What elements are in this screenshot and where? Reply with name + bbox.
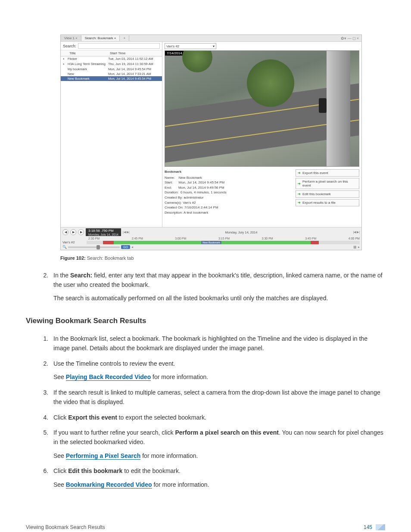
timeline-bookmark-marker[interactable]: New Bookmark — [201, 241, 221, 244]
tick: 3:30 PM — [262, 237, 273, 240]
arrow-right-icon: ➔ — [298, 192, 301, 196]
action-label: Export results to a file — [302, 201, 336, 205]
bookmark-icon: ⭑ — [61, 57, 67, 61]
calendar-icon[interactable]: ▦ — [353, 245, 357, 249]
tab-search-bookmark[interactable]: Search: Bookmark × — [81, 35, 120, 41]
list-item: In the Bookmark list, select a bookmark.… — [50, 334, 385, 353]
bookmark-icon — [61, 72, 67, 76]
search-label: Search: — [63, 44, 76, 48]
timeline-bar[interactable]: New Bookmark — [87, 241, 360, 244]
action-label: Edit this bookmark — [302, 192, 331, 196]
bookmark-row[interactable]: My bookmark Mon, Jul 14, 2014 9:45:54 PM — [61, 67, 162, 72]
pixel-search-button[interactable]: ➔Perform a pixel search on this event — [296, 178, 359, 189]
details-label: Created By: — [165, 196, 183, 199]
video-image-panel[interactable]: 7/14/2014 03:18:57.131 PM — [165, 50, 359, 167]
chevron-left-icon[interactable]: ◂ — [131, 245, 133, 249]
col-start-time[interactable]: Start Time — [108, 50, 162, 56]
link-bookmarking-video[interactable]: Bookmarking Recorded Video — [66, 481, 152, 488]
list-item: Click Export this event to export the se… — [50, 413, 385, 423]
link-pixel-search[interactable]: Performing a Pixel Search — [66, 452, 141, 460]
video-panel-area: Van's #2 ▾ 7/14/2014 03:18:57.131 PM Boo… — [162, 42, 361, 227]
tick: 2:30 PM — [88, 237, 100, 240]
page-footer: Viewing Bookmark Search Results 145 — [26, 524, 385, 531]
details-value: administrator — [184, 196, 203, 199]
tick: 4:00 PM — [349, 237, 360, 240]
bookmark-start: Mon, Jul 14, 2014 7:33:21 AM — [108, 72, 162, 76]
details-value: A test bookmark — [184, 211, 208, 215]
arrow-right-icon: ➔ — [298, 171, 301, 175]
step-forward-button[interactable]: ▶ — [78, 229, 84, 235]
list-item: Use the Timeline controls to review the … — [50, 359, 385, 382]
arrow-right-icon: ➔ — [298, 182, 301, 186]
camera-dropdown[interactable]: Van's #2 ▾ — [165, 43, 216, 49]
tab-add[interactable]: + — [120, 35, 129, 41]
bookmark-row[interactable]: New Mon, Jul 14, 2014 7:33:21 AM — [61, 72, 162, 76]
details-label: Start: — [165, 180, 173, 184]
bookmark-title: New Bookmark — [67, 77, 108, 81]
chevron-right-icon[interactable]: ▸ — [358, 245, 360, 249]
details-header: Bookmark — [165, 169, 292, 174]
zoom-icon[interactable]: 🔍 — [62, 245, 67, 249]
bookmark-start: Tue, Jun 03, 2014 11:52:12 AM — [108, 57, 162, 61]
bookmark-table-header: Title Start Time — [61, 50, 162, 56]
bookmark-details: Bookmark Name: New Bookmark Start: Mon, … — [165, 169, 292, 215]
zoom-slider[interactable] — [68, 246, 120, 248]
app-window: View 1 × Search: Bookmark × + ✿▾ — ◻ × S… — [60, 34, 362, 250]
play-button[interactable]: ▶ — [70, 229, 76, 235]
camera-dropdown-value: Van's #2 — [166, 44, 179, 48]
page-number: 145 — [364, 524, 372, 530]
bookmark-row[interactable]: ⭑ H3A Long Term Streaming Thu, Jun 19, 2… — [61, 62, 162, 67]
skip-end-icon[interactable]: |◀ ▶| — [353, 230, 360, 234]
col-title[interactable]: Title — [61, 50, 108, 56]
figure-caption: Figure 102: Search: Bookmark tab — [60, 255, 385, 261]
bookmark-icon: ⭑ — [61, 62, 67, 66]
details-label: Camera(s): — [165, 201, 182, 205]
link-playing-back-video[interactable]: Playing Back Recorded Video — [66, 373, 151, 381]
skip-start-icon[interactable]: |◀ ▶| — [123, 230, 130, 234]
go-button[interactable]: GO — [121, 245, 130, 249]
section-heading: Viewing Bookmark Search Results — [26, 315, 385, 327]
timeline-header-date: Monday, July 14, 2014 — [131, 230, 352, 234]
action-buttons: ➔Export this event ➔Perform a pixel sear… — [296, 169, 359, 215]
paragraph: The search is automatically performed on… — [53, 294, 385, 303]
tab-view1[interactable]: View 1 × — [61, 35, 81, 41]
timeline: ◀ ▶ ▶ 3:18:58 .750 PM Monday, July 14, 2… — [61, 227, 361, 250]
list-item: Click Edit this bookmark to edit the boo… — [50, 467, 385, 489]
export-results-button[interactable]: ➔Export results to a file — [296, 199, 359, 206]
timeline-scale: 2:30 PM 2:45 PM 3:00 PM 3:15 PM 3:30 PM … — [88, 237, 360, 240]
bookmark-row[interactable]: ⭑ Flicker Tue, Jun 03, 2014 11:52:12 AM — [61, 56, 162, 62]
details-label: Duration: — [165, 190, 178, 194]
timeline-date: Monday, July 14, 2014 — [86, 233, 121, 236]
list-item: In the Search: field, enter any text tha… — [50, 271, 385, 303]
footer-title: Viewing Bookmark Search Results — [26, 524, 105, 530]
chevron-down-icon: ▾ — [213, 44, 215, 48]
details-value: 7/16/2014 2:44:14 PM — [184, 205, 218, 209]
bookmark-title: H3A Long Term Streaming — [67, 62, 108, 66]
action-label: Export this event — [302, 171, 328, 175]
list-item: If you want to further refine your searc… — [50, 428, 385, 460]
details-label: End: — [165, 186, 171, 190]
edit-bookmark-button[interactable]: ➔Edit this bookmark — [296, 190, 359, 198]
bookmark-icon — [61, 67, 67, 71]
tab-bar: View 1 × Search: Bookmark × + ✿▾ — ◻ × — [61, 35, 361, 42]
tick: 3:45 PM — [305, 237, 316, 240]
details-label: Description: — [165, 211, 183, 215]
bookmark-start: Thu, Jun 19, 2014 11:30:59 AM — [108, 62, 162, 66]
details-value: New Bookmark — [178, 176, 202, 180]
timeline-time: 3:18:58 .750 PM — [86, 228, 121, 233]
action-label: Perform a pixel search on this event — [302, 180, 357, 187]
bookmark-start: Mon, Jul 14, 2014 9:45:54 PM — [108, 67, 162, 71]
bookmark-row[interactable]: New Bookmark Mon, Jul 14, 2014 9:45:54 P… — [61, 76, 162, 81]
details-label: Name: — [165, 176, 175, 180]
details-label: Created On: — [165, 205, 184, 209]
details-value: Mon, Jul 14, 2014 9:49:56 PM — [178, 186, 224, 190]
bookmark-list-panel: Search: Title Start Time ⭑ Flicker Tue, … — [61, 42, 162, 227]
search-input[interactable] — [78, 43, 160, 49]
arrow-right-icon: ➔ — [298, 201, 301, 205]
export-event-button[interactable]: ➔Export this event — [296, 169, 359, 177]
window-controls[interactable]: ✿▾ — ◻ × — [341, 36, 361, 40]
step-back-button[interactable]: ◀ — [62, 229, 68, 235]
timeline-row-label: Van's #2 — [62, 240, 85, 244]
bookmark-rows: ⭑ Flicker Tue, Jun 03, 2014 11:52:12 AM … — [61, 56, 162, 81]
tick: 3:15 PM — [218, 237, 230, 240]
